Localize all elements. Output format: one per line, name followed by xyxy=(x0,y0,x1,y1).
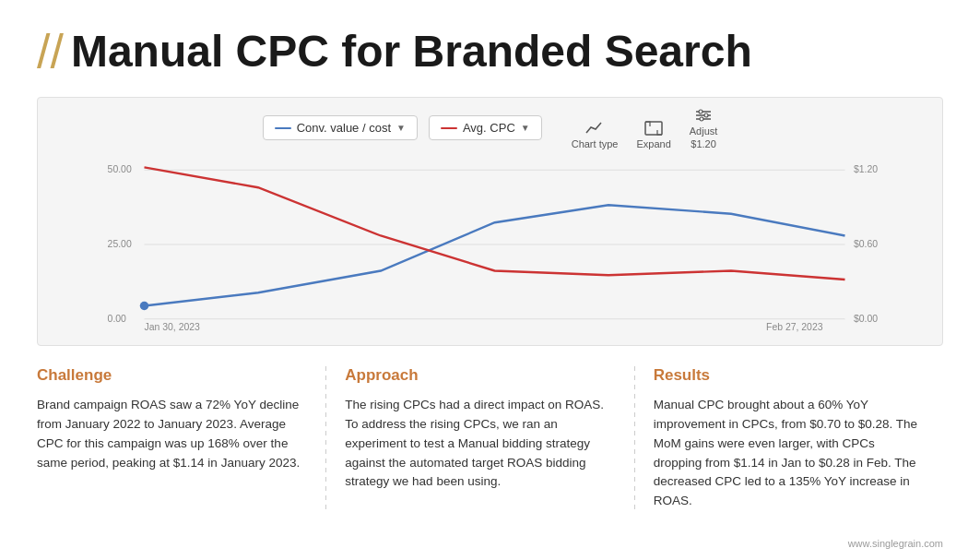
slash-decoration: // xyxy=(37,28,64,76)
y-label-25: 25.00 xyxy=(108,239,132,249)
page-title: Manual CPC for Branded Search xyxy=(71,28,752,77)
adjust-icon xyxy=(693,107,714,124)
challenge-text: Brand campaign ROAS saw a 72% YoY declin… xyxy=(37,396,308,473)
adjust-button[interactable]: Adjust $1.20 xyxy=(690,107,718,149)
chart-toolbar: Conv. value / cost ▼ Avg. CPC ▼ Chart ty… xyxy=(51,107,929,149)
svg-point-5 xyxy=(704,113,708,117)
x-label-feb: Feb 27, 2023 xyxy=(766,322,823,332)
header: // Manual CPC for Branded Search xyxy=(37,28,943,77)
red-line-icon xyxy=(441,127,457,129)
svg-point-6 xyxy=(700,117,703,121)
adjust-value: $1.20 xyxy=(691,138,716,149)
conv-value-button[interactable]: Conv. value / cost ▼ xyxy=(263,115,418,140)
chart-area: 50.00 25.00 0.00 $1.20 $0.60 $0.00 Jan xyxy=(60,157,929,332)
expand-icon xyxy=(643,120,664,137)
approach-column: Approach The rising CPCs had a direct im… xyxy=(326,366,634,512)
chart-container: Conv. value / cost ▼ Avg. CPC ▼ Chart ty… xyxy=(37,97,943,346)
blue-marker xyxy=(140,302,149,311)
results-title: Results xyxy=(654,366,925,385)
chart-type-icon xyxy=(584,120,605,137)
chevron-down-icon-2: ▼ xyxy=(521,123,530,133)
approach-title: Approach xyxy=(345,366,616,385)
svg-point-4 xyxy=(699,110,703,113)
challenge-title: Challenge xyxy=(37,366,308,385)
chart-icon-group: Chart type Expand xyxy=(572,107,718,149)
y-label-0: 0.00 xyxy=(108,313,127,323)
challenge-column: Challenge Brand campaign ROAS saw a 72% … xyxy=(37,366,326,512)
bottom-section: Challenge Brand campaign ROAS saw a 72% … xyxy=(37,366,943,512)
conv-value-label: Conv. value / cost xyxy=(297,121,391,135)
results-column: Results Manual CPC brought about a 60% Y… xyxy=(635,366,943,512)
y-label-000: $0.00 xyxy=(854,313,878,323)
x-label-jan: Jan 30, 2023 xyxy=(145,322,201,332)
y-label-060: $0.60 xyxy=(854,239,878,249)
chevron-down-icon: ▼ xyxy=(396,123,406,133)
adjust-label: Adjust xyxy=(690,125,718,137)
page: // Manual CPC for Branded Search Conv. v… xyxy=(0,0,980,560)
y-label-120: $1.20 xyxy=(854,164,878,174)
chart-type-button[interactable]: Chart type xyxy=(572,120,619,149)
svg-rect-0 xyxy=(645,122,662,135)
y-label-50: 50.00 xyxy=(108,164,132,174)
avg-cpc-button[interactable]: Avg. CPC ▼ xyxy=(429,115,542,140)
watermark: www.singlegrain.com xyxy=(848,538,943,549)
blue-line-icon xyxy=(275,127,291,129)
expand-button[interactable]: Expand xyxy=(636,120,670,149)
results-text: Manual CPC brought about a 60% YoY impro… xyxy=(654,396,925,512)
chart-svg: 50.00 25.00 0.00 $1.20 $0.60 $0.00 Jan xyxy=(60,157,929,332)
expand-label: Expand xyxy=(636,138,670,149)
approach-text: The rising CPCs had a direct impact on R… xyxy=(345,396,616,493)
chart-type-label: Chart type xyxy=(572,138,619,149)
avg-cpc-label: Avg. CPC xyxy=(463,121,515,135)
